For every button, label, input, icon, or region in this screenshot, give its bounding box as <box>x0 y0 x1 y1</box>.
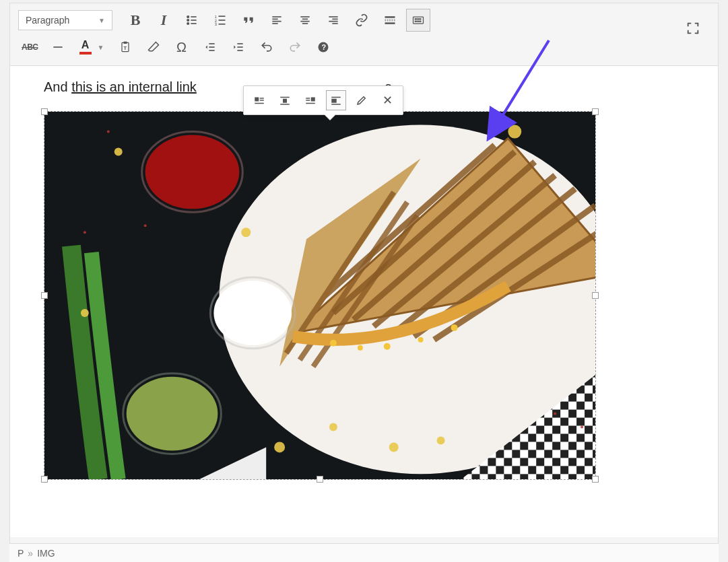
image-content <box>44 112 595 479</box>
svg-point-81 <box>274 442 285 452</box>
svg-point-2 <box>187 20 189 22</box>
svg-point-84 <box>437 436 445 444</box>
resize-handle-tl[interactable] <box>41 108 48 115</box>
clipboard-t-icon: T <box>119 40 132 54</box>
svg-point-88 <box>554 413 556 415</box>
svg-rect-97 <box>283 99 287 103</box>
insert-link-button[interactable] <box>350 9 374 32</box>
resize-handle-mb[interactable] <box>317 476 323 483</box>
svg-rect-102 <box>306 103 315 104</box>
svg-rect-98 <box>280 104 290 105</box>
blockquote-button[interactable] <box>236 9 261 32</box>
resize-handle-mr[interactable] <box>592 292 599 299</box>
svg-point-70 <box>213 281 292 345</box>
svg-rect-103 <box>331 97 341 98</box>
svg-point-79 <box>241 227 251 237</box>
svg-point-82 <box>329 423 337 431</box>
redo-icon <box>288 40 302 54</box>
hr-icon <box>51 40 65 54</box>
resize-handle-br[interactable] <box>592 476 599 483</box>
caret-down-icon: ▼ <box>98 17 105 24</box>
fullscreen-button[interactable] <box>683 18 703 38</box>
align-right-button[interactable] <box>321 9 345 32</box>
format-dropdown[interactable]: Paragraph ▼ <box>18 10 112 30</box>
svg-text:?: ? <box>321 43 326 51</box>
horizontal-rule-button[interactable] <box>46 36 70 59</box>
align-center-button[interactable] <box>293 9 317 32</box>
svg-point-33 <box>417 21 418 22</box>
image-align-right-button[interactable] <box>300 90 321 110</box>
paste-as-text-button[interactable]: T <box>113 36 137 59</box>
format-dropdown-label: Paragraph <box>26 15 69 26</box>
strikethrough-icon: ABC <box>19 42 41 52</box>
text-color-caret[interactable]: ▼ <box>95 37 107 57</box>
resize-handle-ml[interactable] <box>41 292 48 299</box>
svg-rect-94 <box>260 100 264 101</box>
text-prefix: And <box>44 79 71 94</box>
internal-link[interactable]: this is an internal link <box>71 79 197 94</box>
outdent-button[interactable] <box>198 36 222 59</box>
svg-rect-96 <box>280 97 290 98</box>
bold-button[interactable]: B <box>123 9 147 32</box>
redo-button[interactable] <box>283 36 307 59</box>
svg-text:T: T <box>123 45 127 51</box>
toolbar-toggle-button[interactable] <box>406 9 430 32</box>
svg-text:3: 3 <box>215 22 217 26</box>
text-color-icon: A <box>76 37 95 57</box>
image-align-none-button[interactable] <box>326 90 346 110</box>
svg-point-63 <box>330 340 337 347</box>
svg-point-34 <box>418 21 419 22</box>
image-align-center-button[interactable] <box>275 90 295 110</box>
undo-icon <box>260 40 273 54</box>
image-align-right-icon <box>304 94 317 106</box>
image-edit-button[interactable] <box>352 90 372 110</box>
numbered-list-button[interactable]: 123 <box>208 9 232 32</box>
image-align-left-button[interactable] <box>249 90 269 110</box>
svg-point-85 <box>508 125 521 139</box>
svg-rect-104 <box>331 99 337 103</box>
clear-formatting-button[interactable] <box>141 36 166 59</box>
resize-handle-bl[interactable] <box>41 476 48 483</box>
italic-button[interactable]: I <box>152 9 176 32</box>
svg-point-86 <box>107 131 110 133</box>
status-path-p[interactable]: P <box>18 548 24 559</box>
insert-more-button[interactable] <box>378 9 402 32</box>
help-button[interactable]: ? <box>311 36 335 59</box>
link-icon <box>355 13 368 27</box>
svg-point-64 <box>358 345 363 351</box>
svg-point-89 <box>581 426 583 429</box>
svg-point-78 <box>114 148 123 156</box>
svg-rect-93 <box>260 98 264 99</box>
svg-point-31 <box>420 19 421 20</box>
align-right-icon <box>327 13 340 27</box>
fullscreen-icon <box>686 21 700 36</box>
align-left-button[interactable] <box>265 9 289 32</box>
image-inline-toolbar: ✕ <box>243 85 403 115</box>
svg-point-0 <box>187 16 189 18</box>
svg-point-66 <box>418 337 424 343</box>
svg-point-29 <box>417 19 418 20</box>
keyboard-icon <box>411 13 425 27</box>
bullet-list-icon <box>185 13 199 27</box>
eraser-icon <box>147 40 160 54</box>
svg-point-30 <box>418 19 419 20</box>
text-color-button[interactable]: A ▼ <box>74 36 109 59</box>
indent-button[interactable] <box>226 36 251 59</box>
outdent-icon <box>203 40 217 54</box>
resize-handle-tr[interactable] <box>592 108 599 115</box>
special-character-button[interactable]: Ω <box>170 36 194 59</box>
status-path-sep: » <box>28 548 33 559</box>
undo-button[interactable] <box>255 36 279 59</box>
svg-point-68 <box>145 135 240 209</box>
svg-point-35 <box>420 21 421 22</box>
image-remove-button[interactable]: ✕ <box>377 90 397 110</box>
svg-point-28 <box>415 19 416 20</box>
status-path-img[interactable]: IMG <box>37 548 55 559</box>
selected-image[interactable] <box>44 111 596 480</box>
strikethrough-button[interactable]: ABC <box>18 36 42 59</box>
bullet-list-button[interactable] <box>180 9 204 32</box>
svg-rect-92 <box>255 98 259 102</box>
editor-container: Paragraph ▼ B I 123 <box>9 3 719 562</box>
svg-rect-27 <box>413 17 424 24</box>
editor-content[interactable]: And this is an internal link hidden spac… <box>10 66 718 537</box>
